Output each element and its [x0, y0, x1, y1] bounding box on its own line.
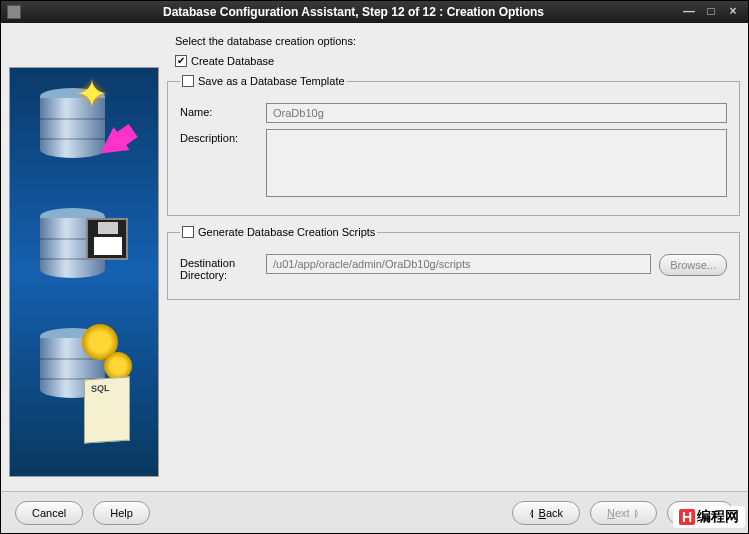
maximize-button[interactable]: □ — [702, 5, 720, 19]
dest-dir-label: Destination Directory: — [180, 254, 258, 281]
create-database-label: Create Database — [191, 55, 274, 67]
sql-script-icon — [84, 376, 130, 443]
back-button[interactable]: ⦉ Back — [512, 501, 580, 525]
minimize-button[interactable]: — — [680, 5, 698, 19]
create-database-checkbox[interactable]: ✔ — [175, 55, 187, 67]
back-label: ack — [546, 507, 563, 519]
chevron-left-icon: ⦉ — [529, 507, 535, 519]
next-button[interactable]: Next ⦊ — [590, 501, 657, 525]
options-panel: Select the database creation options: ✔ … — [167, 31, 740, 483]
save-template-legend: Save as a Database Template — [198, 75, 345, 87]
generate-scripts-group: Generate Database Creation Scripts Desti… — [167, 226, 740, 300]
cancel-button[interactable]: Cancel — [15, 501, 83, 525]
template-desc-label: Description: — [180, 129, 258, 144]
watermark-text: 编程网 — [697, 508, 739, 526]
template-desc-input[interactable] — [266, 129, 727, 197]
intro-text: Select the database creation options: — [175, 35, 740, 47]
help-button[interactable]: Help — [93, 501, 150, 525]
chevron-right-icon: ⦊ — [634, 507, 640, 519]
content-area: ✦ Select the database creation options: … — [1, 23, 748, 533]
window-title: Database Configuration Assistant, Step 1… — [27, 5, 680, 19]
create-database-option[interactable]: ✔ Create Database — [175, 55, 740, 67]
sparkle-icon: ✦ — [76, 72, 108, 116]
wizard-button-bar: Cancel Help ⦉ Back Next ⦊ Finish — [1, 491, 748, 533]
floppy-icon — [86, 218, 128, 260]
dest-dir-input[interactable] — [266, 254, 651, 274]
browse-button[interactable]: Browse... — [659, 254, 727, 276]
titlebar[interactable]: Database Configuration Assistant, Step 1… — [1, 1, 748, 23]
save-template-checkbox[interactable] — [182, 75, 194, 87]
window: Database Configuration Assistant, Step 1… — [0, 0, 749, 534]
template-name-label: Name: — [180, 103, 258, 118]
watermark: H 编程网 — [673, 506, 745, 528]
close-button[interactable]: × — [724, 5, 742, 19]
generate-scripts-checkbox[interactable] — [182, 226, 194, 238]
save-template-group: Save as a Database Template Name: Descri… — [167, 75, 740, 216]
template-name-input[interactable] — [266, 103, 727, 123]
next-label: ext — [615, 507, 630, 519]
app-icon — [7, 5, 21, 19]
watermark-logo: H — [679, 509, 695, 525]
wizard-illustration: ✦ — [9, 67, 159, 477]
generate-scripts-legend: Generate Database Creation Scripts — [198, 226, 375, 238]
